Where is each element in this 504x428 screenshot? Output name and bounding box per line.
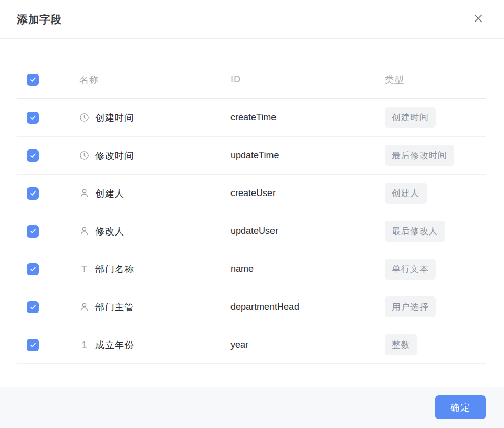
field-name: 修改人	[95, 225, 124, 238]
field-type-badge: 最后修改时间	[385, 145, 454, 166]
row-checkbox[interactable]	[27, 339, 39, 351]
dialog-header: 添加字段	[0, 0, 504, 39]
table-row: 创建时间 createTime 创建时间	[17, 99, 486, 137]
field-id: createTime	[230, 112, 385, 123]
select-all-checkbox[interactable]	[27, 74, 39, 86]
row-checkbox[interactable]	[27, 187, 39, 200]
text-icon: T	[79, 264, 89, 274]
field-id: createUser	[230, 188, 385, 199]
table-row: 1 成立年份 year 整数	[17, 326, 486, 364]
table-header-row: 名称 ID 类型	[17, 61, 486, 99]
field-type-badge: 创建人	[385, 183, 427, 204]
field-type-badge: 整数	[385, 334, 417, 355]
number-icon: 1	[79, 340, 89, 350]
column-header-name: 名称	[79, 74, 99, 86]
field-name: 部门名称	[95, 263, 134, 275]
field-name: 创建人	[95, 187, 124, 200]
dialog-footer: 确定	[0, 387, 504, 428]
field-id: year	[230, 339, 385, 350]
person-icon	[79, 226, 89, 236]
table-row: 修改时间 updateTime 最后修改时间	[17, 137, 486, 175]
field-id: name	[230, 264, 385, 274]
table-row: 创建人 createUser 创建人	[17, 175, 486, 212]
field-id: updateTime	[230, 150, 385, 161]
row-checkbox[interactable]	[27, 149, 39, 162]
confirm-button[interactable]: 确定	[435, 395, 486, 419]
column-header-type: 类型	[385, 74, 404, 86]
field-type-badge: 用户选择	[385, 296, 436, 317]
person-icon	[79, 188, 89, 198]
close-button[interactable]	[471, 12, 486, 27]
row-checkbox[interactable]	[27, 263, 39, 275]
field-type-badge: 创建时间	[385, 107, 436, 128]
column-header-id: ID	[230, 74, 241, 85]
close-icon	[473, 13, 484, 26]
field-name: 修改时间	[95, 149, 134, 162]
field-type-badge: 最后修改人	[385, 221, 445, 242]
row-checkbox[interactable]	[27, 301, 39, 313]
row-checkbox[interactable]	[27, 112, 39, 124]
clock-icon	[79, 151, 89, 160]
field-name: 成立年份	[95, 339, 134, 351]
table-row: 修改人 updateUser 最后修改人	[17, 212, 486, 250]
clock-icon	[79, 113, 89, 122]
dialog-body: 名称 ID 类型 创建时间 createTime 创建时间 修改时间 upda	[0, 39, 504, 387]
field-id: updateUser	[230, 226, 385, 237]
field-id: departmentHead	[230, 302, 385, 312]
table-row: 部门主管 departmentHead 用户选择	[17, 288, 486, 326]
table-row: T 部门名称 name 单行文本	[17, 250, 486, 288]
field-type-badge: 单行文本	[385, 259, 436, 280]
table-body: 创建时间 createTime 创建时间 修改时间 updateTime 最后修…	[17, 99, 486, 364]
add-field-dialog: 添加字段 名称 ID 类型	[0, 0, 504, 428]
dialog-title: 添加字段	[17, 12, 62, 27]
row-checkbox[interactable]	[27, 225, 39, 238]
field-name: 部门主管	[95, 301, 134, 313]
person-icon	[79, 302, 89, 312]
field-name: 创建时间	[95, 112, 134, 124]
